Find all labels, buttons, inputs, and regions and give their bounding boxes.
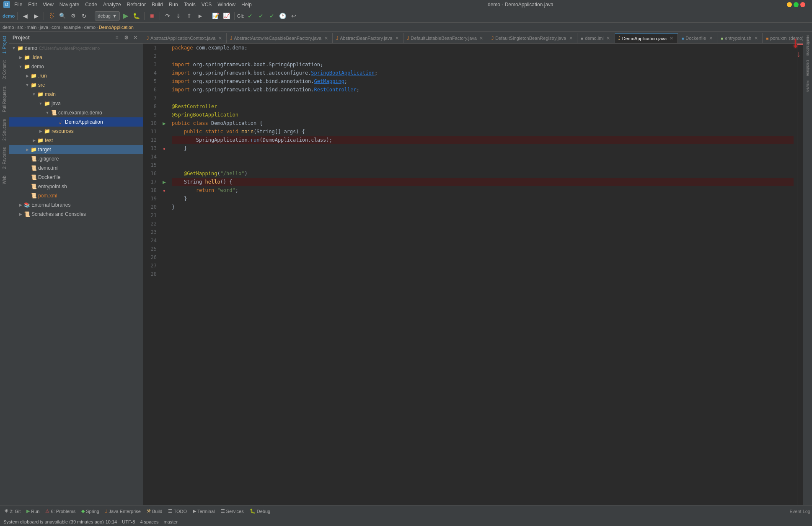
tree-item-run[interactable]: ▶ 📁 .run [9, 71, 143, 80]
tree-item-idea[interactable]: ▶ 📁 .idea [9, 53, 143, 62]
stop-button[interactable]: ■ [147, 11, 157, 21]
breadcrumb-src[interactable]: src [17, 25, 23, 30]
menu-code[interactable]: Code [83, 1, 100, 8]
sidebar-database-label[interactable]: Database [805, 58, 811, 78]
tab-demoapplication[interactable]: J DemoApplication.java ✕ [615, 33, 678, 43]
profile-button[interactable]: 📈 [222, 11, 232, 21]
tree-item-entrypoint[interactable]: 📜 entrypoint.sh [9, 182, 143, 191]
sidebar-item-pullrequests[interactable]: Pull Requests [1, 83, 8, 116]
breadcrumb-demoapplication[interactable]: DemoApplication [99, 25, 134, 30]
panel-close-button[interactable]: ✕ [131, 34, 140, 42]
tree-item-demoapplication[interactable]: J DemoApplication [9, 117, 143, 127]
sidebar-item-structure[interactable]: 2: Structure [1, 116, 8, 144]
sidebar-item-web[interactable]: Web [1, 172, 8, 187]
breadcrumb-java[interactable]: java [40, 25, 48, 30]
breadcrumb-example[interactable]: example [63, 25, 81, 30]
status-branch[interactable]: master [163, 519, 178, 524]
build-tool-button[interactable]: ⚒ Build [144, 507, 165, 516]
status-indent[interactable]: 4 spaces [140, 519, 158, 524]
menu-vcs[interactable]: VCS [199, 1, 215, 8]
tab-close-button-8[interactable]: ✕ [753, 35, 759, 41]
tab-entrypoint[interactable]: ■ entrypoint.sh ✕ [717, 33, 763, 43]
tree-item-external-libraries[interactable]: ▶ 📚 External Libraries [9, 200, 143, 210]
code-editor[interactable]: package com.example.demo; import org.spr… [168, 44, 797, 505]
sidebar-item-favorites[interactable]: 2: Favorites [1, 144, 8, 172]
tree-settings-button[interactable]: ⚙ [122, 34, 130, 42]
menu-analyze[interactable]: Analyze [101, 1, 124, 8]
status-line-col[interactable]: 10:14 [106, 519, 117, 524]
todo-tool-button[interactable]: ☰ TODO [166, 507, 189, 516]
tree-item-package[interactable]: ▼ 📜 com.example.demo [9, 108, 143, 117]
tab-close-button-2[interactable]: ✕ [323, 35, 329, 41]
tab-abstract-application-context[interactable]: J AbstractApplicationContext.java ✕ [143, 33, 227, 43]
tree-item-demo-iml[interactable]: 📜 demo.iml [9, 163, 143, 173]
tab-close-button[interactable]: ✕ [217, 35, 223, 41]
breadcrumb-main[interactable]: main [27, 25, 37, 30]
minimize-button[interactable] [787, 2, 792, 7]
collapse-all-button[interactable]: ≡ [113, 34, 121, 42]
menu-bar[interactable]: File Edit View Navigate Code Analyze Ref… [12, 1, 254, 8]
tab-pom[interactable]: ■ pom.xml (demo) ✕ [763, 33, 803, 43]
run-config-dropdown[interactable]: debug ▼ [95, 11, 119, 21]
menu-run[interactable]: Run [166, 1, 181, 8]
step-out-button[interactable]: ⇑ [184, 11, 194, 21]
step-into-button[interactable]: ⇓ [173, 11, 184, 21]
tab-close-button-active[interactable]: ✕ [668, 36, 674, 41]
resume-button[interactable]: ► [195, 11, 205, 21]
menu-window[interactable]: Window [215, 1, 238, 8]
tree-item-java-folder[interactable]: ▼ 📁 java [9, 99, 143, 108]
run-tool-button[interactable]: ▶ Run [24, 507, 42, 516]
tree-item-test[interactable]: ▶ 📁 test [9, 136, 143, 145]
java-enterprise-tool-button[interactable]: J Java Enterprise [103, 507, 143, 516]
sidebar-item-commit[interactable]: 0: Commit [1, 57, 8, 83]
git-tool-button[interactable]: ☀ 2: Git [2, 507, 23, 516]
debug-tool-button[interactable]: 🐛 Debug [247, 507, 273, 516]
vcs-update-button[interactable]: ↻ [79, 11, 89, 21]
run-marker-9[interactable]: ▶ [160, 119, 168, 127]
run-coverage-button[interactable]: 📝 [211, 11, 221, 21]
menu-help[interactable]: Help [239, 1, 254, 8]
terminal-tool-button[interactable]: ▶ Terminal [190, 507, 217, 516]
git-pull-button[interactable]: ✓ [267, 11, 277, 21]
tree-item-resources[interactable]: ▶ 📁 resources [9, 127, 143, 136]
sidebar-item-project[interactable]: 1: Project [1, 33, 8, 57]
menu-edit[interactable]: Edit [26, 1, 39, 8]
maximize-button[interactable] [794, 2, 799, 7]
tab-close-button-6[interactable]: ✕ [605, 35, 611, 41]
build-button[interactable]: ⛣ [47, 11, 57, 21]
tab-default-listable[interactable]: J DefaultListableBeanFactory.java ✕ [403, 33, 488, 43]
tab-abstract-bean-factory[interactable]: J AbstractBeanFactory.java ✕ [333, 33, 403, 43]
menu-build[interactable]: Build [149, 1, 166, 8]
tree-item-target[interactable]: ▶ 📁 target [9, 145, 143, 154]
problems-tool-button[interactable]: ⚠ 6: Problems [43, 507, 78, 516]
step-over-button[interactable]: ↷ [163, 11, 173, 21]
sidebar-notifications-label[interactable]: Notifications [805, 34, 811, 57]
services-tool-button[interactable]: ☰ Services [218, 507, 246, 516]
tab-close-button-4[interactable]: ✕ [478, 35, 484, 41]
tree-item-pom[interactable]: 📜 pom.xml [9, 191, 143, 200]
menu-navigate[interactable]: Navigate [57, 1, 82, 8]
debug-button[interactable]: 🐛 [132, 11, 142, 21]
tab-default-singleton[interactable]: J DefaultSingletonBeanRegistry.java ✕ [488, 33, 577, 43]
sidebar-maven-label[interactable]: Maven [805, 79, 811, 93]
tree-item-demo-root[interactable]: ▼ 📁 demo C:\Users\wsx\IdeaProjects\demo [9, 44, 143, 53]
tree-item-main[interactable]: ▼ 📁 main [9, 90, 143, 99]
tree-item-demo-module[interactable]: ▼ 📁 demo [9, 62, 143, 71]
tree-item-scratches[interactable]: ▶ 📜 Scratches and Consoles [9, 210, 143, 219]
status-encoding[interactable]: UTF-8 [122, 519, 135, 524]
breakpoint-12[interactable]: ● [160, 144, 168, 153]
run-button[interactable]: ▶ [121, 11, 131, 21]
breadcrumb-com[interactable]: com [52, 25, 60, 30]
breakpoint-17[interactable]: ● [160, 186, 168, 194]
back-button[interactable]: ◀ [20, 11, 30, 21]
tab-close-button-7[interactable]: ✕ [708, 35, 714, 41]
event-log-label[interactable]: Event Log [789, 509, 810, 514]
tab-demo-iml[interactable]: ■ demo.iml ✕ [577, 33, 615, 43]
breadcrumb-demo[interactable]: demo [3, 25, 14, 30]
git-revert-button[interactable]: ↩ [289, 11, 299, 21]
menu-view[interactable]: View [40, 1, 56, 8]
menu-tools[interactable]: Tools [181, 1, 198, 8]
breadcrumb-demo2[interactable]: demo [84, 25, 96, 30]
menu-refactor[interactable]: Refactor [124, 1, 148, 8]
forward-button[interactable]: ▶ [31, 11, 41, 21]
